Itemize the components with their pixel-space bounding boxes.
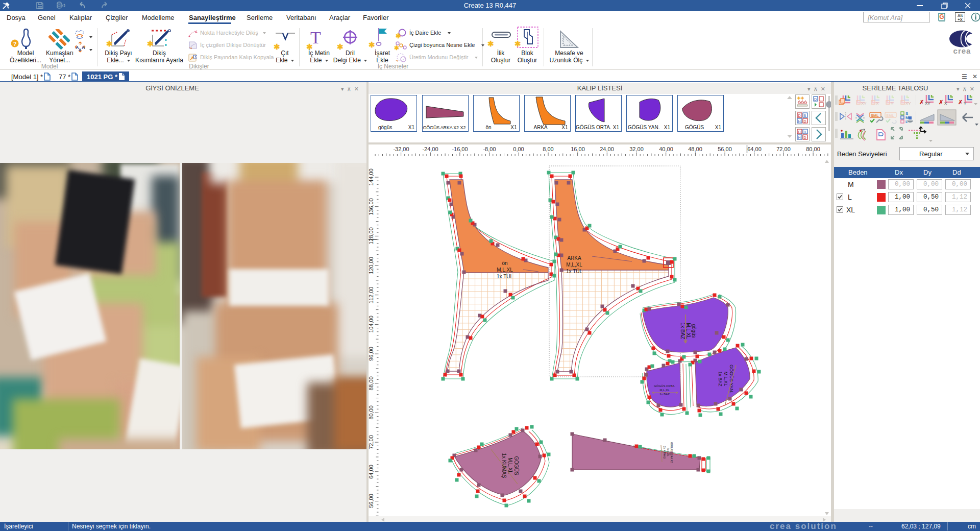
svg-text:-32,00: -32,00 [393, 146, 409, 152]
svg-text:GÖGÜS: GÖGÜS [513, 456, 519, 475]
svg-text:1x TÜL: 1x TÜL [566, 269, 582, 274]
svg-text:0,00: 0,00 [513, 146, 524, 152]
svg-text:X: X [876, 101, 879, 106]
svg-text:1x BAZ: 1x BAZ [718, 371, 723, 387]
svg-text:96,00: 96,00 [369, 347, 374, 361]
svg-text:M,L,XL: M,L,XL [723, 372, 728, 387]
svg-text:80,00: 80,00 [369, 405, 374, 420]
svg-text:Y: Y [891, 101, 894, 106]
svg-text:8,00: 8,00 [543, 146, 553, 152]
svg-text:✗: ✗ [939, 99, 943, 105]
svg-text:D: D [804, 119, 806, 123]
svg-text:32,00: 32,00 [629, 146, 644, 152]
svg-text:XY: XY [905, 101, 911, 106]
svg-text:✚✚: ✚✚ [797, 96, 804, 101]
svg-text:✱: ✱ [396, 32, 401, 39]
svg-text:-24,00: -24,00 [422, 146, 438, 152]
svg-text:64,00: 64,00 [747, 146, 762, 152]
svg-text:H: H [798, 136, 801, 139]
svg-text:XY: XY [861, 101, 867, 106]
svg-text:56,00: 56,00 [369, 494, 374, 508]
svg-text:56,00: 56,00 [718, 146, 732, 152]
svg-text:L: L [905, 119, 908, 124]
svg-text:136,00: 136,00 [369, 198, 374, 215]
svg-text:2x KUMAŞ: 2x KUMAŞ [663, 446, 666, 459]
svg-text:144,00: 144,00 [369, 168, 374, 186]
svg-text:40,00: 40,00 [659, 146, 673, 152]
svg-text:ARKA: ARKA [567, 255, 581, 261]
svg-text:-16,00: -16,00 [452, 146, 468, 152]
svg-text:16,00: 16,00 [571, 146, 585, 152]
svg-text:104,00: 104,00 [369, 316, 374, 333]
svg-text:GÖGÜS ORTA.: GÖGÜS ORTA. [654, 384, 675, 388]
svg-text:1x TÜL: 1x TÜL [497, 274, 513, 279]
svg-text:✗: ✗ [958, 99, 963, 105]
svg-text:88,00: 88,00 [369, 376, 374, 391]
svg-text:1x BAZ: 1x BAZ [659, 393, 670, 396]
svg-text:1x KUMAŞ: 1x KUMAŞ [501, 453, 507, 478]
svg-text:H: H [798, 119, 801, 123]
svg-text:D: D [804, 136, 806, 139]
svg-text:B: B [804, 130, 806, 134]
svg-text:64,00: 64,00 [369, 465, 374, 479]
svg-text:X: X [944, 101, 947, 106]
svg-text:48,00: 48,00 [688, 146, 702, 152]
svg-text:✗: ✗ [919, 99, 924, 105]
svg-text:G: G [939, 13, 944, 20]
svg-text:120,00: 120,00 [369, 257, 374, 274]
svg-text:72,00: 72,00 [369, 435, 374, 449]
svg-text:crea: crea [953, 46, 971, 55]
svg-text:XY: XY [925, 101, 930, 106]
svg-text:128,00: 128,00 [369, 227, 374, 245]
svg-text:gögüs: gögüs [691, 324, 697, 337]
svg-text:D: D [814, 98, 817, 101]
svg-text:M,L,XL: M,L,XL [659, 389, 670, 392]
svg-text:A: A [82, 45, 85, 50]
svg-text:M,L,XL: M,L,XL [566, 262, 582, 268]
svg-text:1x BAZ: 1x BAZ [680, 323, 685, 340]
svg-text:SML: SML [886, 113, 894, 118]
svg-text:D: D [798, 130, 801, 134]
svg-text:80,00: 80,00 [806, 146, 820, 152]
svg-text:-8,00: -8,00 [483, 146, 496, 152]
svg-text:M,L,XL: M,L,XL [497, 267, 513, 273]
svg-text:M,L,XL: M,L,XL [667, 448, 670, 456]
svg-text:112,00: 112,00 [369, 287, 374, 304]
svg-text:ön: ön [502, 260, 507, 266]
svg-text:M,L,XL: M,L,XL [685, 323, 691, 339]
svg-text:72,00: 72,00 [776, 146, 791, 152]
svg-text:✱: ✱ [394, 44, 399, 51]
svg-text:Y: Y [964, 101, 967, 106]
svg-text:A: A [79, 48, 81, 52]
svg-text:?: ? [13, 41, 17, 47]
svg-text:SML: SML [871, 113, 879, 118]
svg-text:24,00: 24,00 [600, 146, 614, 152]
svg-text:B: B [804, 114, 806, 117]
svg-text:D: D [798, 114, 801, 117]
